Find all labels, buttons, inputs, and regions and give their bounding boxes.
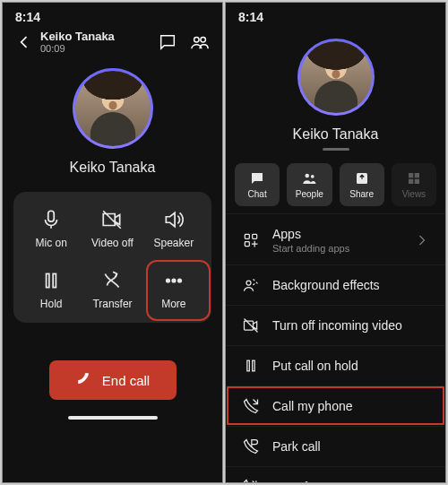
menu-park-label: Park call [272, 439, 321, 454]
end-call-button[interactable]: End call [49, 360, 177, 400]
transfer-icon [242, 478, 260, 482]
speaker-label: Speaker [153, 237, 194, 249]
apps-icon [242, 231, 260, 249]
people-action-label: People [296, 189, 323, 199]
menu-put-call-on-hold[interactable]: Put call on hold [226, 345, 445, 385]
views-action-label: Views [402, 189, 426, 199]
svg-rect-26 [247, 360, 250, 371]
call-header: Keiko Tanaka 00:09 [3, 26, 222, 59]
svg-point-15 [311, 175, 314, 178]
caller-avatar-section: Keiko Tanaka [226, 35, 445, 143]
transfer-button[interactable]: Transfer [82, 265, 142, 314]
svg-point-4 [201, 37, 206, 42]
screen-more-menu: 8:14 Keiko Tanaka Chat People Sha [225, 2, 446, 483]
svg-rect-7 [53, 273, 56, 287]
caller-name: Keiko Tanaka [293, 126, 379, 143]
chevron-right-icon [413, 231, 431, 249]
chat-action-label: Chat [248, 189, 267, 199]
share-action[interactable]: Share [340, 163, 384, 206]
incoming-video-off-icon [242, 316, 260, 334]
svg-point-14 [306, 174, 310, 178]
end-call-label: End call [102, 373, 150, 388]
status-time: 8:14 [15, 10, 40, 24]
caller-name: Keiko Tanaka [70, 160, 156, 176]
park-call-icon [242, 437, 260, 455]
svg-rect-25 [245, 321, 254, 330]
more-icon [162, 269, 185, 292]
more-menu-list: Apps Start adding apps Background effect… [226, 213, 445, 482]
svg-rect-23 [245, 242, 249, 247]
status-bar: 8:14 [3, 3, 222, 26]
menu-transfer-label: Transfer [272, 480, 319, 482]
chat-header-icon[interactable] [158, 32, 177, 52]
svg-rect-17 [409, 173, 413, 178]
svg-point-8 [167, 279, 169, 281]
status-bar: 8:14 [226, 3, 445, 26]
hold-icon [39, 269, 63, 292]
speaker-icon [162, 208, 185, 231]
background-effects-icon [242, 276, 260, 294]
avatar-ring [73, 68, 153, 149]
transfer-icon [100, 269, 124, 292]
svg-point-9 [172, 279, 175, 281]
svg-rect-20 [415, 179, 419, 184]
end-call-icon [75, 370, 95, 390]
call-controls-panel: Mic on Video off Speaker Hold Transfer M… [13, 192, 211, 323]
screen-call-controls: 8:14 Keiko Tanaka 00:09 Keiko T [2, 2, 223, 483]
menu-apps[interactable]: Apps Start adding apps [226, 213, 445, 264]
caller-avatar [300, 41, 372, 113]
video-off-icon [100, 208, 124, 231]
svg-point-10 [178, 279, 181, 281]
video-label: Video off [91, 237, 134, 249]
menu-background-effects[interactable]: Background effects [226, 264, 445, 305]
svg-point-3 [194, 37, 200, 42]
caller-avatar [75, 71, 151, 146]
header-call-duration: 00:09 [40, 43, 115, 54]
svg-point-24 [246, 281, 251, 285]
menu-bg-label: Background effects [272, 278, 380, 292]
svg-rect-6 [47, 273, 49, 287]
menu-offvideo-label: Turn off incoming video [272, 318, 402, 333]
more-button[interactable]: More [143, 265, 204, 314]
people-header-icon[interactable] [190, 32, 210, 52]
svg-rect-18 [415, 173, 419, 178]
views-icon [406, 170, 422, 186]
home-indicator[interactable] [68, 416, 158, 420]
people-icon [301, 170, 317, 186]
svg-rect-22 [253, 234, 257, 238]
share-action-label: Share [349, 189, 374, 199]
menu-transfer[interactable]: Transfer [226, 466, 445, 482]
menu-turn-off-incoming-video[interactable]: Turn off incoming video [226, 305, 445, 345]
transfer-label: Transfer [92, 298, 132, 310]
menu-park-call[interactable]: Park call [226, 426, 445, 466]
hold-button[interactable]: Hold [21, 265, 82, 314]
people-action[interactable]: People [287, 163, 332, 206]
more-label: More [161, 298, 185, 310]
caller-avatar-section: Keiko Tanaka [3, 68, 222, 176]
share-icon [354, 170, 370, 186]
views-action[interactable]: Views [392, 163, 436, 206]
svg-rect-27 [253, 360, 255, 371]
svg-rect-21 [245, 234, 249, 238]
svg-rect-5 [48, 211, 55, 221]
mic-label: Mic on [35, 237, 66, 249]
back-chevron-icon[interactable] [15, 33, 33, 51]
mic-button[interactable]: Mic on [21, 204, 82, 253]
menu-call-my-phone[interactable]: Call my phone [226, 385, 445, 426]
chat-action[interactable]: Chat [235, 163, 280, 206]
call-my-phone-icon [242, 397, 260, 415]
status-time: 8:14 [238, 10, 263, 24]
menu-apps-label: Apps [272, 227, 301, 241]
sheet-grab-handle[interactable] [323, 148, 349, 151]
video-button[interactable]: Video off [82, 204, 142, 253]
svg-rect-19 [409, 179, 413, 184]
menu-apps-sub: Start adding apps [272, 243, 349, 254]
chat-icon [249, 170, 265, 186]
menu-hold-label: Put call on hold [272, 359, 358, 373]
header-caller-name: Keiko Tanaka [40, 30, 115, 43]
speaker-button[interactable]: Speaker [143, 204, 204, 253]
hold-icon [242, 357, 260, 375]
top-action-row: Chat People Share Views [235, 163, 436, 206]
menu-callmyphone-label: Call my phone [272, 399, 353, 413]
mic-icon [39, 208, 63, 231]
